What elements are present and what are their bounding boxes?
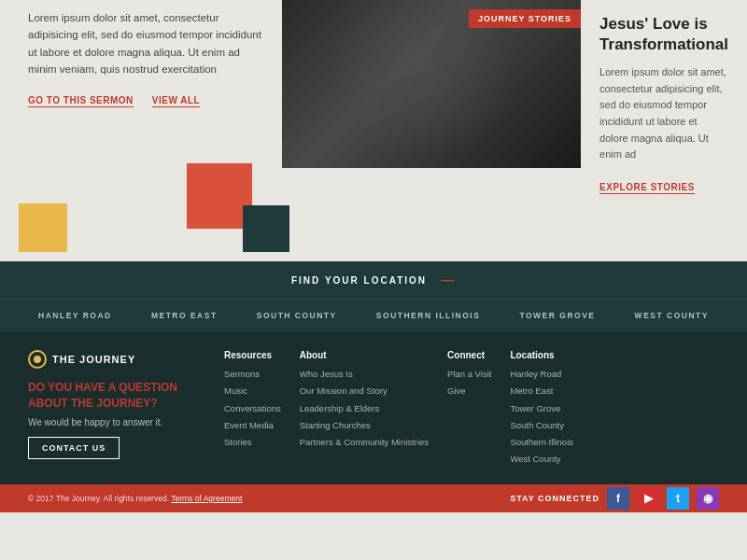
location-tab-tower[interactable]: TOWER GROVE <box>519 311 595 320</box>
facebook-icon[interactable]: f <box>607 487 629 510</box>
sermon-links: GO TO THIS SERMON VIEW ALL <box>28 95 263 107</box>
footer-link-2-1[interactable]: Give <box>447 385 491 397</box>
footer-link-3-3[interactable]: South County <box>510 419 573 431</box>
location-tab-south[interactable]: SOUTH COUNTY <box>257 311 337 320</box>
twitter-icon[interactable]: t <box>667 487 689 510</box>
footer-col-2: ConnectPlan a VisitGive <box>447 350 491 470</box>
footer-link-1-1[interactable]: Our Mission and Story <box>300 385 429 397</box>
footer-col-0: ResourcesSermonsMusicConversationsEvent … <box>224 350 281 470</box>
goto-sermon-link[interactable]: GO TO THIS SERMON <box>28 95 134 107</box>
youtube-icon[interactable]: ▶ <box>637 487 659 510</box>
left-content: Lorem ipsum dolor sit amet, consectetur … <box>0 0 282 261</box>
logo-icon <box>28 350 47 369</box>
footer-col-heading-2: Connect <box>447 350 491 360</box>
footer-link-0-4[interactable]: Stories <box>224 436 281 448</box>
view-all-link[interactable]: VIEW ALL <box>152 95 200 107</box>
location-tab-southern[interactable]: SOUTHERN ILLINOIS <box>376 311 480 320</box>
top-section: Lorem ipsum dolor sit amet, consectetur … <box>0 0 747 261</box>
footer-link-1-3[interactable]: Starting Churches <box>300 419 429 431</box>
yellow-square-decoration <box>19 203 67 252</box>
footer-col-heading-1: About <box>300 350 429 360</box>
footer-col-heading-3: Locations <box>510 350 573 360</box>
footer-bottom-right: STAY CONNECTED f ▶ t ◉ <box>510 487 719 510</box>
find-location-dash: — <box>441 273 456 287</box>
location-tabs: HANLEY ROAD METRO EAST SOUTH COUNTY SOUT… <box>0 299 747 331</box>
footer-top: THE JOURNEY DO YOU HAVE A QUESTION ABOUT… <box>28 350 719 470</box>
footer-link-0-0[interactable]: Sermons <box>224 368 281 380</box>
footer-brand: THE JOURNEY DO YOU HAVE A QUESTION ABOUT… <box>28 350 196 470</box>
footer-link-1-4[interactable]: Partners & Community Ministries <box>300 436 429 448</box>
footer-col-3: LocationsHanley RoadMetro EastTower Grov… <box>510 350 573 470</box>
question-sub: We would be happy to answer it. <box>28 417 196 427</box>
brand-logo: THE JOURNEY <box>28 350 196 369</box>
footer-link-3-0[interactable]: Hanley Road <box>510 368 573 380</box>
find-location-label: FIND YOUR LOCATION <box>291 275 427 286</box>
footer: THE JOURNEY DO YOU HAVE A QUESTION ABOUT… <box>0 331 747 484</box>
journey-stories-badge: JOURNEY STORIES <box>469 9 581 28</box>
story-text: Jesus' Love is Transformational Lorem ip… <box>581 0 747 261</box>
question-heading: DO YOU HAVE A QUESTION ABOUT THE JOURNEY… <box>28 380 196 412</box>
copyright-text: © 2017 The Journey. All rights reserved. <box>28 494 169 503</box>
find-location-bar[interactable]: FIND YOUR LOCATION — <box>0 261 747 299</box>
footer-copyright: © 2017 The Journey. All rights reserved.… <box>28 494 242 503</box>
footer-link-3-5[interactable]: West County <box>510 453 573 465</box>
terms-link[interactable]: Terms of Agreement <box>171 494 242 503</box>
footer-bottom: © 2017 The Journey. All rights reserved.… <box>0 484 747 512</box>
footer-col-1: AboutWho Jesus IsOur Mission and StoryLe… <box>300 350 429 470</box>
right-content: JOURNEY STORIES Jesus' Love is Transform… <box>282 0 747 261</box>
contact-us-button[interactable]: CONTACT US <box>28 437 120 459</box>
instagram-icon[interactable]: ◉ <box>697 487 719 510</box>
footer-link-1-2[interactable]: Leadership & Elders <box>300 402 429 414</box>
explore-stories-link[interactable]: EXPLORE STORIES <box>599 182 695 194</box>
footer-link-2-0[interactable]: Plan a Visit <box>447 368 491 380</box>
stay-connected-label: STAY CONNECTED <box>510 494 599 503</box>
footer-link-0-3[interactable]: Event Media <box>224 419 281 431</box>
footer-link-3-4[interactable]: Southern Illinois <box>510 436 573 448</box>
footer-link-3-1[interactable]: Metro East <box>510 385 573 397</box>
story-title: Jesus' Love is Transformational <box>599 14 728 55</box>
location-tab-metro[interactable]: METRO EAST <box>151 311 218 320</box>
body-text: Lorem ipsum dolor sit amet, consectetur … <box>28 9 263 78</box>
footer-link-1-0[interactable]: Who Jesus Is <box>300 368 429 380</box>
location-tab-west[interactable]: WEST COUNTY <box>635 311 709 320</box>
location-tab-hanley[interactable]: HANLEY ROAD <box>38 311 112 320</box>
footer-link-3-2[interactable]: Tower Grove <box>510 402 573 414</box>
footer-link-0-1[interactable]: Music <box>224 385 281 397</box>
footer-col-heading-0: Resources <box>224 350 281 360</box>
footer-links: ResourcesSermonsMusicConversationsEvent … <box>224 350 719 470</box>
story-body: Lorem ipsum dolor sit amet, consectetur … <box>599 64 728 163</box>
brand-name: THE JOURNEY <box>52 354 135 365</box>
footer-link-0-2[interactable]: Conversations <box>224 402 281 414</box>
